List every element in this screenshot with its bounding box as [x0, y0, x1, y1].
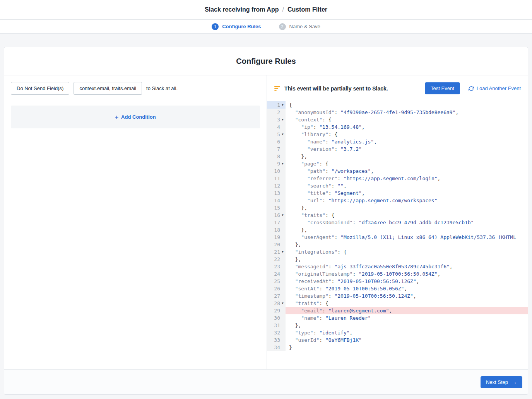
load-another-event-link[interactable]: Load Another Event [469, 85, 521, 91]
code-line[interactable]: 17 "crossDomainId": "df3a47ee-bcc9-479d-… [267, 219, 528, 226]
code-line[interactable]: 31 }, [267, 322, 528, 329]
code-content[interactable]: }, [286, 153, 528, 160]
code-line[interactable]: 24 "originalTimestamp": "2019-05-10T00:5… [267, 270, 528, 278]
gutter-cell: 14 [267, 197, 286, 204]
code-content[interactable]: "path": "/workspaces", [286, 167, 528, 175]
fold-arrow-icon[interactable]: ▾ [280, 211, 285, 219]
code-content[interactable]: "referrer": "https://app.segment.com/log… [286, 175, 528, 182]
code-content[interactable]: } [286, 344, 528, 351]
code-content[interactable]: "name": "analytics.js", [286, 138, 528, 145]
code-line[interactable]: 22 }, [267, 256, 528, 263]
code-line[interactable]: 16▾ "traits": { [267, 211, 528, 219]
code-line[interactable]: 21▾ "integrations": { [267, 248, 528, 256]
code-line[interactable]: 8 }, [267, 153, 528, 160]
gutter-cell: 21▾ [267, 248, 286, 256]
code-line[interactable]: 29 "email": "lauren@segment.com", [267, 307, 528, 314]
next-step-button[interactable]: Next Step → [481, 376, 522, 388]
code-line[interactable]: 10 "path": "/workspaces", [267, 167, 528, 175]
code-content[interactable]: { [286, 101, 528, 109]
code-content[interactable]: "messageId": "ajs-33ffc2ac0a550e8f053789… [286, 263, 528, 270]
code-line[interactable]: 33 "userId": "OsY6MFBj1K" [267, 336, 528, 344]
code-line[interactable]: 12 "search": "", [267, 182, 528, 189]
line-number: 28 [274, 300, 280, 307]
gutter-cell: 1▾ [267, 101, 286, 109]
line-number: 23 [274, 263, 280, 270]
do-not-send-fields-button[interactable]: Do Not Send Field(s) [11, 82, 69, 95]
code-line[interactable]: 5▾ "library": { [267, 131, 528, 138]
code-line[interactable]: 1▾{ [267, 101, 528, 109]
code-line[interactable]: 25 "receivedAt": "2019-05-10T00:56:50.12… [267, 278, 528, 285]
code-line[interactable]: 28▾ "traits": { [267, 300, 528, 307]
event-status-message: This event will be partially sent to Sla… [284, 85, 388, 92]
test-event-button[interactable]: Test Event [425, 82, 460, 94]
code-content[interactable]: "sentAt": "2019-05-10T00:56:50.056Z", [286, 285, 528, 292]
code-content[interactable]: }, [286, 226, 528, 234]
code-content[interactable]: "anonymousId": "4f9390ae-2657-4fe1-9d95-… [286, 109, 528, 116]
code-line[interactable]: 3▾ "context": { [267, 116, 528, 123]
code-content[interactable]: "title": "Segment", [286, 189, 528, 197]
code-content[interactable]: "receivedAt": "2019-05-10T00:56:50.126Z"… [286, 278, 528, 285]
gutter-cell: 13 [267, 189, 286, 197]
code-content[interactable]: "timestamp": "2019-05-10T00:56:50.124Z", [286, 292, 528, 300]
fold-arrow-icon[interactable]: ▾ [280, 248, 285, 256]
code-content[interactable]: "traits": { [286, 300, 528, 307]
json-editor[interactable]: 1▾{2 "anonymousId": "4f9390ae-2657-4fe1-… [267, 101, 528, 351]
code-content[interactable]: "name": "Lauren Reeder" [286, 314, 528, 322]
code-content[interactable]: "library": { [286, 131, 528, 138]
code-line[interactable]: 34} [267, 344, 528, 351]
code-content[interactable]: "userId": "OsY6MFBj1K" [286, 336, 528, 344]
code-line[interactable]: 23 "messageId": "ajs-33ffc2ac0a550e8f053… [267, 263, 528, 270]
code-content[interactable]: }, [286, 204, 528, 211]
code-line[interactable]: 20 }, [267, 241, 528, 248]
code-line[interactable]: 32 "type": "identify", [267, 329, 528, 336]
code-content[interactable]: "integrations": { [286, 248, 528, 256]
line-number: 17 [274, 219, 280, 226]
code-line[interactable]: 7 "version": "3.7.2" [267, 145, 528, 153]
code-line[interactable]: 19 "userAgent": "Mozilla/5.0 (X11; Linux… [267, 234, 528, 241]
line-number: 32 [274, 329, 280, 336]
line-number: 15 [274, 204, 280, 211]
code-line[interactable]: 15 }, [267, 204, 528, 211]
code-content[interactable]: "userAgent": "Mozilla/5.0 (X11; Linux x8… [286, 234, 528, 241]
fields-list-button[interactable]: context.email, traits.email [74, 82, 142, 95]
code-content[interactable]: "url": "https://app.segment.com/workspac… [286, 197, 528, 204]
line-number: 8 [277, 153, 280, 160]
code-content[interactable]: }, [286, 241, 528, 248]
fold-arrow-icon[interactable]: ▾ [280, 101, 285, 109]
code-content[interactable]: "crossDomainId": "df3a47ee-bcc9-479d-add… [286, 219, 528, 226]
code-line[interactable]: 18 }, [267, 226, 528, 234]
fold-arrow-icon[interactable]: ▾ [280, 131, 285, 138]
code-line[interactable]: 30 "name": "Lauren Reeder" [267, 314, 528, 322]
code-content[interactable]: "page": { [286, 160, 528, 167]
breadcrumb-source[interactable]: Slack receiving from App [205, 6, 279, 13]
fold-arrow-icon[interactable]: ▾ [280, 300, 285, 307]
code-content[interactable]: "context": { [286, 116, 528, 123]
code-content[interactable]: }, [286, 256, 528, 263]
code-content[interactable]: }, [286, 322, 528, 329]
code-line[interactable]: 9▾ "page": { [267, 160, 528, 167]
line-number: 1 [277, 101, 280, 109]
line-number: 9 [277, 160, 280, 167]
code-line[interactable]: 2 "anonymousId": "4f9390ae-2657-4fe1-9d9… [267, 109, 528, 116]
code-content[interactable]: "ip": "13.54.169.48", [286, 123, 528, 131]
step-configure-rules[interactable]: 1 Configure Rules [212, 23, 261, 30]
code-content[interactable]: "originalTimestamp": "2019-05-10T00:56:5… [286, 270, 528, 278]
code-line[interactable]: 27 "timestamp": "2019-05-10T00:56:50.124… [267, 292, 528, 300]
add-condition-button[interactable]: + Add Condition [11, 106, 260, 128]
gutter-cell: 8 [267, 153, 286, 160]
code-line[interactable]: 14 "url": "https://app.segment.com/works… [267, 197, 528, 204]
code-line[interactable]: 11 "referrer": "https://app.segment.com/… [267, 175, 528, 182]
code-content[interactable]: "traits": { [286, 211, 528, 219]
code-line[interactable]: 13 "title": "Segment", [267, 189, 528, 197]
code-content[interactable]: "email": "lauren@segment.com", [286, 307, 528, 314]
breadcrumb-current: Custom Filter [287, 6, 327, 13]
fold-arrow-icon[interactable]: ▾ [280, 116, 285, 123]
code-content[interactable]: "search": "", [286, 182, 528, 189]
code-line[interactable]: 4 "ip": "13.54.169.48", [267, 123, 528, 131]
code-line[interactable]: 6 "name": "analytics.js", [267, 138, 528, 145]
fold-arrow-icon[interactable]: ▾ [280, 160, 285, 167]
gutter-cell: 18 [267, 226, 286, 234]
code-content[interactable]: "type": "identify", [286, 329, 528, 336]
code-line[interactable]: 26 "sentAt": "2019-05-10T00:56:50.056Z", [267, 285, 528, 292]
code-content[interactable]: "version": "3.7.2" [286, 145, 528, 153]
